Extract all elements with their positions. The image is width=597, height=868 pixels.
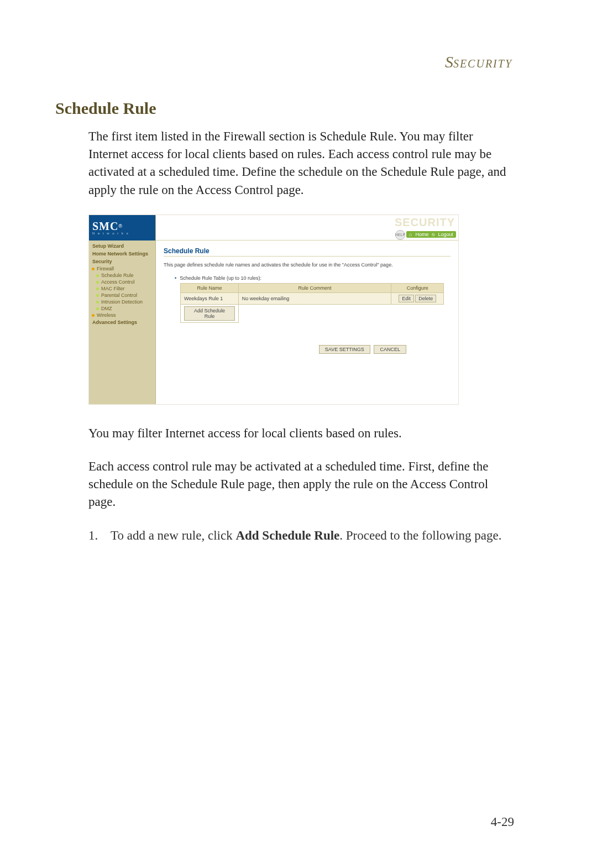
router-topbar: SECURITY HELP ⌂ Home ⎋ Logout — [156, 215, 458, 240]
router-main: SECURITY HELP ⌂ Home ⎋ Logout Schedule R… — [156, 215, 458, 404]
cell-add-empty — [238, 304, 444, 322]
nav-security[interactable]: Security — [89, 258, 155, 265]
edit-button[interactable]: Edit — [399, 295, 414, 302]
home-icon: ⌂ — [409, 232, 412, 237]
title-rule — [164, 256, 451, 257]
action-bar: SAVE SETTINGS CANCEL — [164, 345, 451, 354]
after-paragraph-2: Each access control rule may be activate… — [88, 458, 511, 511]
cell-rule-name: Weekdays Rule 1 — [181, 292, 239, 304]
table-row: Weekdays Rule 1 No weekday emailing Edit… — [181, 292, 444, 304]
topbar-links: ⌂ Home ⎋ Logout — [406, 231, 456, 238]
nav-dmz[interactable]: DMZ — [89, 305, 155, 312]
router-content: Schedule Rule This page defines schedule… — [156, 240, 458, 360]
nav-mac-filter[interactable]: MAC Filter — [89, 285, 155, 292]
step-1-prefix: To add a new rule, click — [111, 529, 235, 542]
col-configure: Configure — [391, 283, 444, 292]
logo-text: SMC — [92, 220, 118, 232]
add-schedule-rule-button[interactable]: Add Schedule Rule — [184, 306, 235, 321]
content-title: Schedule Rule — [164, 247, 451, 255]
step-1-text: To add a new rule, click Add Schedule Ru… — [111, 527, 511, 545]
step-1-bold: Add Schedule Rule — [235, 529, 339, 542]
nav-access-control[interactable]: Access Control — [89, 279, 155, 285]
intro-paragraph: The first item listed in the Firewall se… — [88, 128, 511, 199]
router-nav: Setup Wizard Home Network Settings Secur… — [89, 240, 155, 328]
topbar-brand: SECURITY — [395, 216, 455, 229]
cell-rule-comment: No weekday emailing — [238, 292, 391, 304]
heading-schedule-rule: Schedule Rule — [55, 99, 544, 118]
page-number: 4-29 — [491, 815, 514, 829]
router-logo: SMC® N e t w o r k s — [89, 215, 155, 240]
table-header-row: Rule Name Rule Comment Configure — [181, 283, 444, 292]
nav-setup-wizard[interactable]: Setup Wizard — [89, 242, 155, 250]
nav-schedule-rule[interactable]: Schedule Rule — [89, 272, 155, 279]
nav-advanced-settings[interactable]: Advanced Settings — [89, 318, 155, 326]
cell-add: Add Schedule Rule — [181, 304, 239, 322]
delete-button[interactable]: Delete — [415, 295, 436, 302]
nav-home-network-settings[interactable]: Home Network Settings — [89, 250, 155, 258]
nav-firewall[interactable]: Firewall — [89, 265, 155, 272]
home-link[interactable]: Home — [415, 232, 428, 237]
cancel-button[interactable]: CANCEL — [374, 345, 406, 354]
router-ui-screenshot: SMC® N e t w o r k s Setup Wizard Home N… — [88, 215, 459, 405]
table-add-row: Add Schedule Rule — [181, 304, 444, 322]
cell-configure: Edit Delete — [391, 292, 444, 304]
step-1-number: 1. — [88, 527, 111, 545]
table-caption: Schedule Rule Table (up to 10 rules): — [175, 275, 451, 281]
router-sidebar: SMC® N e t w o r k s Setup Wizard Home N… — [89, 215, 156, 404]
content-description: This page defines schedule rule names an… — [164, 262, 451, 268]
save-settings-button[interactable]: SAVE SETTINGS — [319, 345, 370, 354]
section-running-head: SSecurity — [55, 53, 512, 71]
logo-subtext: N e t w o r k s — [92, 232, 152, 235]
help-icon[interactable]: HELP — [395, 230, 405, 240]
after-paragraph-1: You may filter Internet access for local… — [88, 425, 511, 442]
nav-wireless[interactable]: Wireless — [89, 312, 155, 318]
logo-registered: ® — [118, 223, 122, 229]
step-1-suffix: . Proceed to the following page. — [339, 529, 501, 542]
nav-parental-control[interactable]: Parental Control — [89, 292, 155, 299]
schedule-rule-table: Rule Name Rule Comment Configure Weekday… — [180, 283, 444, 323]
step-1: 1. To add a new rule, click Add Schedule… — [88, 527, 511, 545]
logout-link[interactable]: Logout — [438, 232, 453, 237]
col-rule-comment: Rule Comment — [238, 283, 391, 292]
col-rule-name: Rule Name — [181, 283, 239, 292]
logout-icon: ⎋ — [432, 232, 434, 237]
nav-intrusion-detection[interactable]: Intrusion Detection — [89, 299, 155, 305]
document-page: SSecurity Schedule Rule The first item l… — [0, 0, 597, 868]
